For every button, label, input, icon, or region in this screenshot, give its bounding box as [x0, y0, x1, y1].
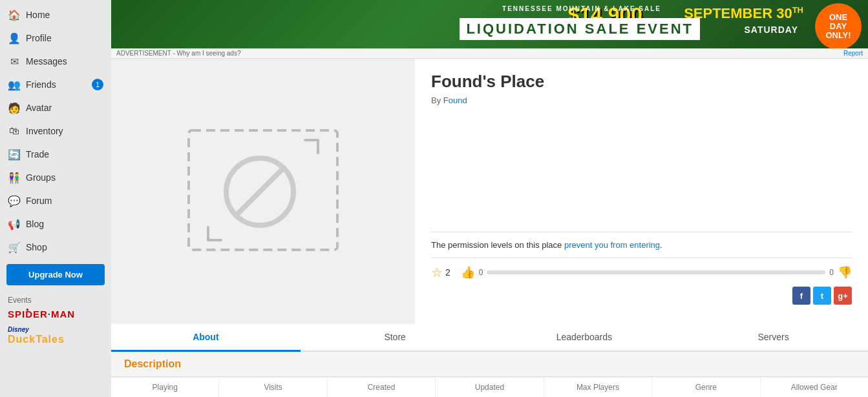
- sidebar-item-home[interactable]: 🏠 Home: [0, 3, 111, 26]
- place-info: Found's Place By Found The permission le…: [415, 59, 868, 324]
- thumbs-up-count: 0: [479, 268, 483, 277]
- sidebar-item-blog[interactable]: 📢 Blog: [0, 212, 111, 236]
- groups-icon: 👫: [8, 171, 21, 184]
- tab-servers[interactable]: Servers: [679, 324, 868, 352]
- ad-footer: ADVERTISEMENT - Why am I seeing ads? Rep…: [111, 48, 868, 59]
- ad-location: TENNESSEE MOUNTAIN & LAKE SALE: [502, 5, 661, 12]
- vote-bar-container: 👍 0 0 👎: [461, 265, 852, 280]
- place-by: By Found: [431, 96, 852, 105]
- ad-event: LIQUIDATION SALE EVENT: [460, 18, 700, 40]
- ducktales-event-logo[interactable]: Disney DuckTales: [8, 323, 103, 345]
- stat-updated: Updated: [436, 378, 544, 397]
- trade-icon: 🔄: [8, 148, 21, 161]
- no-image-placeholder: [185, 127, 341, 256]
- thumbs-up-button[interactable]: 👍: [461, 265, 475, 280]
- place-author-link[interactable]: Found: [443, 96, 467, 105]
- googleplus-share-button[interactable]: g+: [834, 287, 852, 305]
- events-section: Events SPIDER·MAN ● Disney DuckTales: [0, 290, 111, 352]
- star-rating[interactable]: ☆ 2: [431, 265, 450, 280]
- sidebar-item-groups[interactable]: 👫 Groups: [0, 166, 111, 189]
- profile-icon: 👤: [8, 32, 21, 45]
- thumbs-down-button[interactable]: 👎: [838, 265, 852, 280]
- thumbs-down-count: 0: [829, 268, 834, 277]
- sidebar-item-shop[interactable]: 🛒 Shop: [0, 236, 111, 259]
- sidebar-item-profile[interactable]: 👤 Profile: [0, 26, 111, 50]
- upgrade-now-button[interactable]: Upgrade Now: [6, 264, 105, 285]
- place-main: Found's Place By Found The permission le…: [111, 59, 868, 324]
- report-link[interactable]: Report: [843, 50, 863, 57]
- avatar-icon: 🧑: [8, 101, 21, 114]
- star-icon: ☆: [431, 265, 443, 280]
- description-label: Description: [124, 358, 181, 369]
- tabs-bar: About Store Leaderboards Servers: [111, 324, 868, 352]
- stat-genre: Genre: [652, 378, 760, 397]
- description-section: Description: [111, 352, 868, 377]
- ad-one-day-badge: ONE DAY ONLY!: [815, 3, 862, 48]
- sidebar-item-avatar[interactable]: 🧑 Avatar: [0, 96, 111, 119]
- twitter-share-button[interactable]: t: [813, 287, 831, 305]
- events-label: Events: [8, 296, 103, 305]
- tab-about[interactable]: About: [111, 324, 301, 352]
- sidebar-item-inventory[interactable]: 🛍 Inventory: [0, 119, 111, 143]
- spiderman-event-logo[interactable]: SPIDER·MAN ●: [8, 309, 103, 320]
- friends-badge: 1: [92, 79, 103, 90]
- main-content: $14,900. TENNESSEE MOUNTAIN & LAKE SALE …: [111, 0, 868, 397]
- forum-icon: 💬: [8, 194, 21, 207]
- home-icon: 🏠: [8, 8, 21, 21]
- stat-allowed-gear: Allowed Gear: [761, 378, 868, 397]
- friends-icon: 👥: [8, 78, 21, 91]
- permission-divider: [431, 232, 852, 232]
- place-area: Found's Place By Found The permission le…: [111, 59, 868, 397]
- stat-max-players: Max Players: [544, 378, 652, 397]
- shop-icon: 🛒: [8, 241, 21, 254]
- social-buttons: f t g+: [431, 287, 852, 305]
- stat-created: Created: [328, 378, 436, 397]
- stat-visits: Visits: [219, 378, 327, 397]
- ad-note: ADVERTISEMENT - Why am I seeing ads?: [116, 50, 240, 57]
- place-title: Found's Place: [431, 72, 852, 92]
- rating-row: ☆ 2 👍 0 0 👎: [431, 265, 852, 280]
- inventory-icon: 🛍: [8, 125, 21, 137]
- sidebar-item-messages[interactable]: ✉ Messages: [0, 50, 111, 73]
- sidebar-item-friends[interactable]: 👥 Friends 1: [0, 73, 111, 96]
- permission-text: The permission levels on this place prev…: [431, 239, 852, 252]
- place-thumbnail: [111, 59, 415, 324]
- messages-icon: ✉: [8, 55, 21, 68]
- sidebar: 🏠 Home 👤 Profile ✉ Messages 👥 Friends 1 …: [0, 0, 111, 397]
- sidebar-item-forum[interactable]: 💬 Forum: [0, 189, 111, 212]
- facebook-share-button[interactable]: f: [792, 287, 810, 305]
- sidebar-item-trade[interactable]: 🔄 Trade: [0, 143, 111, 166]
- blog-icon: 📢: [8, 218, 21, 230]
- stat-playing: Playing: [111, 378, 219, 397]
- star-count: 2: [445, 267, 450, 278]
- place-permission: The permission levels on this place prev…: [431, 219, 852, 312]
- tab-store[interactable]: Store: [301, 324, 490, 352]
- tab-leaderboards[interactable]: Leaderboards: [490, 324, 679, 352]
- svg-line-2: [236, 168, 284, 216]
- permission-link[interactable]: prevent you from entering: [564, 240, 660, 250]
- place-image-svg: [185, 127, 341, 253]
- ad-banner: $14,900. TENNESSEE MOUNTAIN & LAKE SALE …: [111, 0, 868, 48]
- vote-bar: [487, 270, 825, 274]
- rating-divider: [431, 258, 852, 258]
- ad-day: SATURDAY: [745, 25, 798, 35]
- stats-row: Playing Visits Created Updated Max Playe…: [111, 377, 868, 397]
- ad-date: SEPTEMBER 30TH: [684, 5, 803, 22]
